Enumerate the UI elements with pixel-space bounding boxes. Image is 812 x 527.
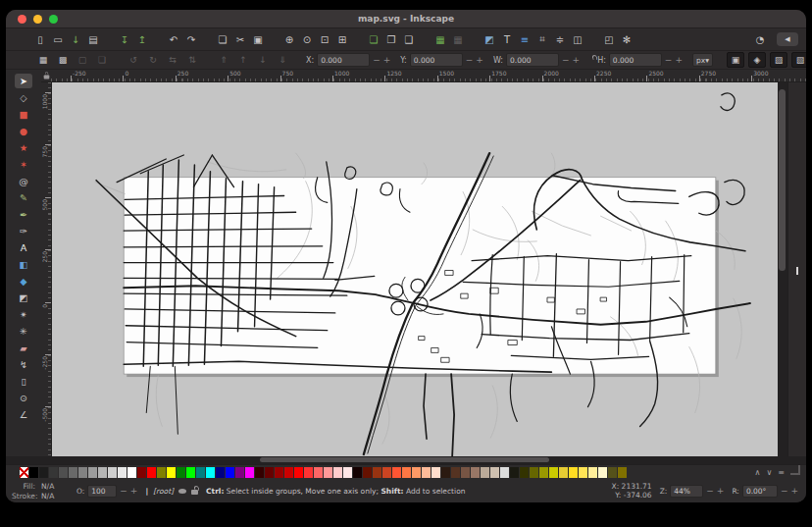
color-swatch[interactable]	[245, 467, 254, 478]
drawing-canvas[interactable]	[52, 82, 778, 456]
text-tool[interactable]: A	[15, 240, 32, 255]
gradient-tool[interactable]: ◧	[15, 257, 32, 272]
color-swatch[interactable]	[412, 467, 421, 478]
rotation-plus-button[interactable]: +	[790, 486, 798, 496]
color-swatch[interactable]	[137, 467, 146, 478]
color-swatch[interactable]	[373, 467, 381, 478]
flip-horizontal-icon[interactable]: ⇆	[165, 53, 180, 67]
color-swatch[interactable]	[382, 467, 391, 478]
color-swatch[interactable]	[618, 467, 627, 478]
color-swatch[interactable]	[216, 467, 225, 478]
select-all-icon[interactable]: ▦	[431, 31, 449, 48]
color-swatch[interactable]	[569, 467, 578, 478]
redo-icon[interactable]: ↷	[182, 31, 200, 48]
color-swatch[interactable]	[78, 467, 87, 478]
palette-scroll-up-icon[interactable]: ∧	[755, 468, 761, 477]
color-swatch[interactable]	[441, 467, 450, 478]
create-clone-icon[interactable]: ❐	[382, 31, 400, 48]
ellipse-tool[interactable]: ●	[15, 124, 32, 138]
align-dialog-icon[interactable]: ≑	[551, 31, 569, 48]
dropper-tool[interactable]: ◆	[15, 274, 32, 289]
flip-vertical-icon[interactable]: ⇅	[184, 53, 200, 67]
pencil-tool[interactable]: ✎	[15, 190, 32, 205]
tweak-tool[interactable]: ✴	[15, 307, 32, 322]
node-tool[interactable]: ◇	[15, 90, 32, 105]
vertical-ruler[interactable]: 10007505002500-250-500	[41, 82, 52, 456]
spiral-tool[interactable]: @	[15, 174, 32, 188]
palette-scroll-down-icon[interactable]: ∨	[766, 468, 772, 477]
x-field-input[interactable]: 0.000	[317, 53, 370, 67]
horizontal-scrollbar[interactable]	[6, 456, 806, 464]
current-layer-name[interactable]: [root]	[153, 487, 174, 496]
map-drawing[interactable]	[52, 82, 778, 456]
y-field-input[interactable]: 0.000	[410, 53, 463, 67]
opacity-field[interactable]: 100	[87, 485, 117, 498]
print-icon[interactable]: ▤	[84, 31, 102, 48]
layer-lock-icon[interactable]	[191, 490, 198, 495]
color-swatch[interactable]	[559, 467, 568, 478]
color-swatch[interactable]	[324, 467, 332, 478]
color-swatch[interactable]	[206, 467, 215, 478]
horizontal-ruler[interactable]: -250025050075010001250150017502000225025…	[51, 70, 806, 81]
color-swatch[interactable]	[108, 467, 117, 478]
affect-stroke-icon[interactable]: ▣	[727, 52, 744, 68]
color-swatch[interactable]	[608, 467, 617, 478]
rotation-field[interactable]: 0.00°	[742, 485, 778, 498]
new-document-icon[interactable]: ▯	[31, 31, 49, 48]
unlink-clone-icon[interactable]: ❑	[400, 31, 418, 48]
pen-tool[interactable]: ✒	[15, 207, 32, 222]
affect-gradients-icon[interactable]: ▨	[770, 52, 787, 68]
color-swatch[interactable]	[333, 467, 342, 478]
raise-to-top-icon[interactable]: ⇑	[216, 53, 231, 67]
xml-editor-icon[interactable]: ⌗	[533, 31, 551, 48]
color-swatch[interactable]	[490, 467, 499, 478]
color-swatch[interactable]	[598, 467, 607, 478]
rectangle-tool[interactable]: ■	[15, 107, 32, 122]
color-swatch[interactable]	[127, 467, 136, 478]
snap-toggle-icon[interactable]: ◔	[751, 31, 769, 48]
copy-icon[interactable]: ❏	[214, 31, 231, 48]
color-swatch[interactable]	[392, 467, 401, 478]
color-swatch[interactable]	[196, 467, 205, 478]
object-properties-icon[interactable]: ◫	[569, 31, 586, 48]
vertical-scrollbar[interactable]	[778, 82, 787, 456]
import-icon[interactable]: ↧	[116, 31, 133, 48]
document-properties-icon[interactable]: ◰	[600, 31, 618, 48]
color-swatch[interactable]	[422, 467, 431, 478]
affect-patterns-icon[interactable]: ▧	[791, 52, 806, 68]
selector-tool[interactable]: ➤	[15, 74, 32, 88]
color-swatch[interactable]	[186, 467, 195, 478]
x-field-plus-button[interactable]: +	[383, 55, 391, 65]
duplicate-icon[interactable]: ❏	[365, 31, 382, 48]
color-swatch[interactable]	[451, 467, 460, 478]
lower-icon[interactable]: ↓	[255, 53, 271, 67]
zoom-selection-icon[interactable]: ⊕	[280, 31, 298, 48]
zoom-fit-icon[interactable]: ⊞	[333, 31, 351, 48]
color-swatch[interactable]	[549, 467, 558, 478]
color-swatch[interactable]	[402, 467, 411, 478]
color-swatch[interactable]	[588, 467, 597, 478]
y-field-minus-button[interactable]: −	[466, 55, 474, 65]
color-swatch[interactable]	[579, 467, 587, 478]
zoom-minus-button[interactable]: −	[706, 486, 714, 496]
color-swatch[interactable]	[530, 467, 538, 478]
resize-grip-icon[interactable]	[790, 465, 800, 475]
paste-icon[interactable]: ▣	[249, 31, 267, 48]
save-document-icon[interactable]: ↓	[67, 31, 84, 48]
color-swatch[interactable]	[59, 467, 68, 478]
color-swatch[interactable]	[118, 467, 127, 478]
y-field-plus-button[interactable]: +	[476, 55, 483, 65]
color-swatch[interactable]	[304, 467, 313, 478]
color-swatch[interactable]	[461, 467, 470, 478]
h-field-plus-button[interactable]: +	[675, 55, 683, 65]
color-swatch[interactable]	[235, 467, 244, 478]
spray-tool[interactable]: ✳	[15, 324, 32, 339]
vertical-scrollbar-thumb[interactable]	[779, 89, 786, 271]
layer-visibility-eye-icon[interactable]	[178, 489, 186, 494]
color-swatch[interactable]	[294, 467, 303, 478]
color-swatch[interactable]	[481, 467, 489, 478]
color-swatch[interactable]	[284, 467, 293, 478]
rotation-minus-button[interactable]: −	[781, 486, 788, 496]
w-field-plus-button[interactable]: +	[573, 55, 581, 65]
h-field-input[interactable]: 0.000	[609, 53, 662, 67]
